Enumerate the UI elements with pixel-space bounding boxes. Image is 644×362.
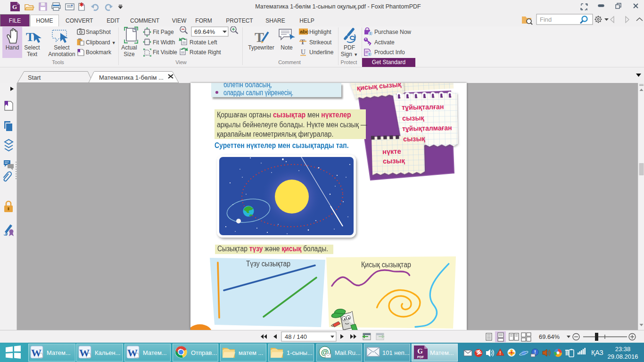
svg-text:G: G (417, 347, 423, 355)
svg-text:Find: Find (540, 16, 552, 23)
svg-text:T: T (300, 38, 305, 46)
svg-text:29.08.2016: 29.08.2016 (607, 353, 638, 360)
svg-text:T: T (26, 30, 34, 44)
svg-text:G: G (12, 3, 17, 10)
svg-text:23:38: 23:38 (615, 346, 631, 353)
svg-text:PDF: PDF (417, 355, 424, 359)
svg-text:!: ! (499, 351, 501, 356)
svg-text:ҚАЗ: ҚАЗ (591, 349, 603, 356)
svg-text:U: U (301, 49, 305, 56)
svg-text:abc: abc (300, 29, 309, 34)
svg-text:69.64%: 69.64% (539, 333, 560, 340)
svg-text:W: W (31, 347, 41, 359)
svg-text:69.64%: 69.64% (194, 28, 215, 35)
svg-text:48 / 140: 48 / 140 (285, 333, 307, 340)
